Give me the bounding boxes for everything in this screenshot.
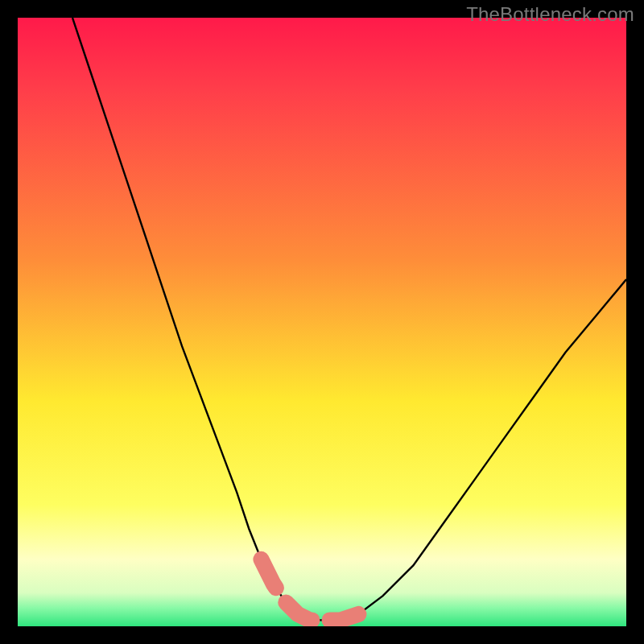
watermark-label: TheBottleneck.com bbox=[466, 3, 634, 26]
gradient-background bbox=[18, 18, 626, 626]
chart-frame: TheBottleneck.com bbox=[0, 0, 644, 644]
bottleneck-chart bbox=[18, 18, 626, 626]
